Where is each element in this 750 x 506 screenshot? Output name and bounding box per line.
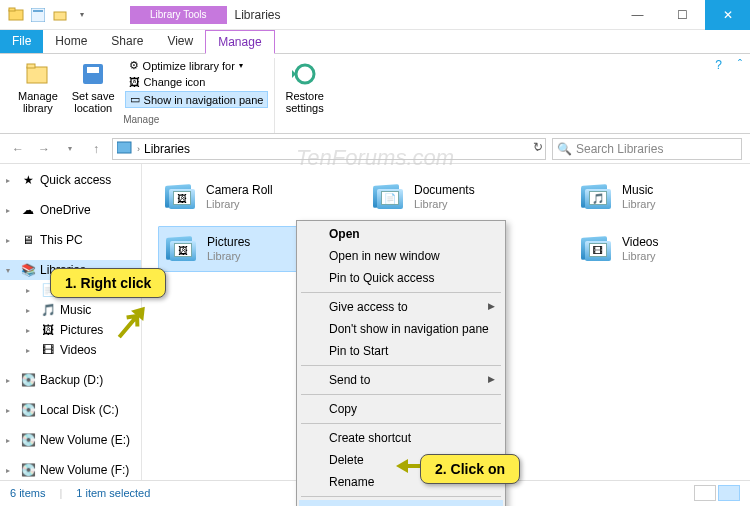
cm-send-to[interactable]: Send to▶ bbox=[299, 369, 503, 391]
drive-icon: 💽 bbox=[20, 432, 36, 448]
svg-rect-10 bbox=[117, 142, 131, 153]
tab-view[interactable]: View bbox=[155, 30, 205, 53]
nav-pane-icon: ▭ bbox=[130, 93, 140, 106]
quick-access-toolbar: ▾ bbox=[0, 7, 90, 23]
drive-icon: 💽 bbox=[20, 372, 36, 388]
cm-open[interactable]: Open bbox=[299, 223, 503, 245]
cm-pin-quick-access[interactable]: Pin to Quick access bbox=[299, 267, 503, 289]
svg-point-9 bbox=[296, 65, 314, 83]
music-icon: 🎵 bbox=[40, 302, 56, 318]
ribbon-collapse-icon[interactable]: ˆ bbox=[738, 58, 742, 72]
save-location-icon bbox=[79, 60, 107, 88]
cm-properties[interactable]: Properties bbox=[299, 500, 503, 506]
restore-icon bbox=[291, 60, 319, 88]
svg-rect-6 bbox=[27, 64, 35, 68]
ribbon: Manage library Set save location ⚙ Optim… bbox=[0, 54, 750, 134]
minimize-button[interactable]: — bbox=[615, 0, 660, 30]
tree-lib-videos[interactable]: ▸🎞Videos bbox=[0, 340, 141, 360]
tree-quick-access[interactable]: ▸★Quick access bbox=[0, 170, 141, 190]
tiles-view-button[interactable] bbox=[718, 485, 740, 501]
callout-right-click: 1. Right click bbox=[50, 268, 166, 298]
ribbon-group-label: Manage bbox=[123, 114, 159, 125]
back-button[interactable]: ← bbox=[8, 139, 28, 159]
library-item-videos[interactable]: 🎞 VideosLibrary bbox=[574, 226, 734, 272]
up-button[interactable]: ↑ bbox=[86, 139, 106, 159]
cm-pin-to-start[interactable]: Pin to Start bbox=[299, 340, 503, 362]
close-button[interactable]: ✕ bbox=[705, 0, 750, 30]
svg-rect-3 bbox=[33, 10, 43, 12]
cm-open-new-window[interactable]: Open in new window bbox=[299, 245, 503, 267]
library-item-music[interactable]: 🎵 MusicLibrary bbox=[574, 174, 734, 220]
svg-rect-4 bbox=[54, 12, 66, 20]
submenu-arrow-icon: ▶ bbox=[488, 374, 495, 384]
tree-backup-d[interactable]: ▸💽Backup (D:) bbox=[0, 370, 141, 390]
submenu-arrow-icon: ▶ bbox=[488, 301, 495, 311]
restore-settings-button[interactable]: Restore settings bbox=[281, 58, 328, 116]
window-title: Libraries bbox=[235, 8, 281, 22]
ribbon-tabs: File Home Share View Manage bbox=[0, 30, 750, 54]
nav-bar: ← → ▾ ↑ › Libraries ⌄ ↻ 🔍 Search Librari… bbox=[0, 134, 750, 164]
videos-lib-icon: 🎞 bbox=[580, 232, 614, 266]
tab-file[interactable]: File bbox=[0, 30, 43, 53]
videos-icon: 🎞 bbox=[40, 342, 56, 358]
title-bar: ▾ Library Tools Libraries — ☐ ✕ bbox=[0, 0, 750, 30]
library-item-camera-roll[interactable]: 🖼 Camera RollLibrary bbox=[158, 174, 358, 220]
details-view-button[interactable] bbox=[694, 485, 716, 501]
tree-new-volume-e[interactable]: ▸💽New Volume (E:) bbox=[0, 430, 141, 450]
optimize-icon: ⚙ bbox=[129, 59, 139, 72]
library-item-documents[interactable]: 📄 DocumentsLibrary bbox=[366, 174, 566, 220]
cm-dont-show-nav[interactable]: Don't show in navigation pane bbox=[299, 318, 503, 340]
context-tab-header: Library Tools bbox=[130, 6, 227, 24]
drive-icon: 💽 bbox=[20, 402, 36, 418]
selection-count: 1 item selected bbox=[76, 487, 150, 499]
tree-this-pc[interactable]: ▸🖥This PC bbox=[0, 230, 141, 250]
show-in-nav-pane-button[interactable]: ▭ Show in navigation pane bbox=[125, 91, 269, 108]
new-folder-qat-icon[interactable] bbox=[52, 7, 68, 23]
tree-new-volume-f[interactable]: ▸💽New Volume (F:) bbox=[0, 460, 141, 480]
set-save-location-button[interactable]: Set save location bbox=[68, 58, 119, 116]
history-dropdown[interactable]: ▾ bbox=[60, 139, 80, 159]
address-text: Libraries bbox=[144, 142, 190, 156]
svg-rect-8 bbox=[87, 67, 99, 73]
callout-click-on: 2. Click on bbox=[420, 454, 520, 484]
camera-roll-icon: 🖼 bbox=[164, 180, 198, 214]
app-icon bbox=[8, 7, 24, 23]
documents-lib-icon: 📄 bbox=[372, 180, 406, 214]
manage-library-button[interactable]: Manage library bbox=[14, 58, 62, 116]
search-input[interactable]: 🔍 Search Libraries bbox=[552, 138, 742, 160]
item-count: 6 items bbox=[10, 487, 45, 499]
maximize-button[interactable]: ☐ bbox=[660, 0, 705, 30]
optimize-library-button[interactable]: ⚙ Optimize library for ▾ bbox=[125, 58, 269, 73]
star-icon: ★ bbox=[20, 172, 36, 188]
tab-manage[interactable]: Manage bbox=[205, 30, 274, 54]
forward-button[interactable]: → bbox=[34, 139, 54, 159]
address-bar[interactable]: › Libraries ⌄ ↻ bbox=[112, 138, 546, 160]
cm-create-shortcut[interactable]: Create shortcut bbox=[299, 427, 503, 449]
pictures-icon: 🖼 bbox=[40, 322, 56, 338]
tree-onedrive[interactable]: ▸☁OneDrive bbox=[0, 200, 141, 220]
change-icon-button[interactable]: 🖼 Change icon bbox=[125, 75, 269, 89]
drive-icon: 💽 bbox=[20, 462, 36, 478]
cloud-icon: ☁ bbox=[20, 202, 36, 218]
pc-icon: 🖥 bbox=[20, 232, 36, 248]
tree-local-disk-c[interactable]: ▸💽Local Disk (C:) bbox=[0, 400, 141, 420]
cm-give-access-to[interactable]: Give access to▶ bbox=[299, 296, 503, 318]
tab-share[interactable]: Share bbox=[99, 30, 155, 53]
svg-rect-5 bbox=[27, 67, 47, 83]
search-icon: 🔍 bbox=[557, 142, 572, 156]
properties-qat-icon[interactable] bbox=[30, 7, 46, 23]
libraries-icon bbox=[117, 140, 133, 157]
pictures-lib-icon: 🖼 bbox=[165, 232, 199, 266]
libraries-icon: 📚 bbox=[20, 262, 36, 278]
ribbon-context-label: Library Tools Libraries bbox=[130, 6, 281, 24]
music-lib-icon: 🎵 bbox=[580, 180, 614, 214]
qat-dropdown-icon[interactable]: ▾ bbox=[74, 7, 90, 23]
help-icon[interactable]: ? bbox=[715, 58, 722, 72]
change-icon-icon: 🖼 bbox=[129, 76, 140, 88]
manage-library-icon bbox=[24, 60, 52, 88]
refresh-button[interactable]: ↻ bbox=[533, 140, 543, 154]
cm-copy[interactable]: Copy bbox=[299, 398, 503, 420]
tab-home[interactable]: Home bbox=[43, 30, 99, 53]
svg-rect-1 bbox=[9, 8, 15, 11]
